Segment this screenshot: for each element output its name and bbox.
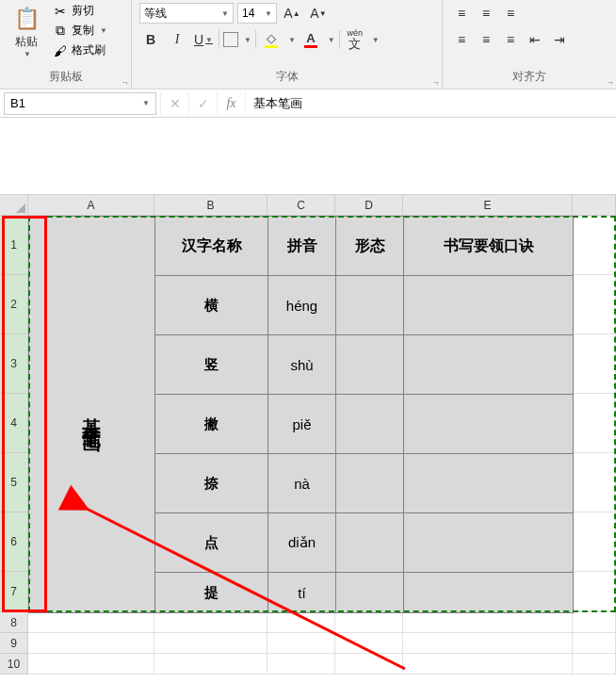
- chevron-down-icon: ▼: [24, 50, 31, 58]
- row-header[interactable]: 10: [0, 654, 28, 675]
- align-top-button[interactable]: ≡: [450, 2, 473, 24]
- paste-button[interactable]: 📋 粘贴 ▼: [8, 2, 45, 60]
- cell[interactable]: [573, 612, 616, 633]
- bold-button[interactable]: B: [139, 28, 162, 51]
- cell[interactable]: [403, 612, 573, 633]
- column-header[interactable]: B: [154, 195, 267, 216]
- column-header[interactable]: C: [267, 195, 335, 216]
- row-header[interactable]: 9: [0, 633, 28, 654]
- cell[interactable]: [335, 633, 403, 654]
- stroke-name-cell: 横: [155, 276, 268, 335]
- column-header[interactable]: D: [335, 195, 403, 216]
- cut-button[interactable]: ✂ 剪切: [49, 2, 111, 20]
- shape-cell: [336, 276, 404, 335]
- fill-color-icon: ◇: [267, 31, 276, 45]
- cancel-formula-button[interactable]: ✕: [160, 92, 188, 115]
- cell[interactable]: [28, 654, 154, 675]
- font-color-icon: A: [306, 31, 315, 45]
- row-header[interactable]: 6: [0, 512, 28, 572]
- column-header[interactable]: [573, 195, 616, 216]
- fill-color-button[interactable]: ◇: [260, 28, 283, 51]
- cell[interactable]: [573, 654, 616, 675]
- cell[interactable]: [573, 633, 616, 654]
- formula-value: 基本笔画: [253, 95, 302, 112]
- tip-cell: [404, 395, 574, 454]
- row-header[interactable]: 5: [0, 453, 28, 512]
- select-all-corner[interactable]: [0, 195, 28, 216]
- font-name-select[interactable]: 等线 ▼: [139, 3, 234, 24]
- enter-formula-button[interactable]: ✓: [188, 92, 217, 115]
- shape-cell: [336, 395, 404, 454]
- row-header[interactable]: 8: [0, 612, 28, 633]
- stroke-name-cell: 撇: [155, 395, 268, 454]
- format-painter-icon: 🖌: [53, 43, 68, 58]
- cell[interactable]: [573, 334, 616, 394]
- align-middle-button[interactable]: ≡: [475, 2, 497, 24]
- cell[interactable]: [154, 612, 267, 633]
- pinyin-cell: nà: [268, 454, 336, 513]
- column-headers: ABCDE: [28, 195, 616, 216]
- row-header[interactable]: 1: [0, 216, 28, 275]
- paste-label: 粘贴: [15, 34, 38, 50]
- tip-cell: [404, 454, 574, 513]
- paste-icon: 📋: [11, 4, 41, 34]
- column-header[interactable]: E: [403, 195, 573, 216]
- cell[interactable]: [403, 654, 573, 675]
- fx-button[interactable]: fx: [217, 92, 245, 115]
- stroke-name-cell: 竖: [155, 335, 268, 395]
- border-button[interactable]: [223, 32, 238, 47]
- column-header[interactable]: A: [28, 195, 154, 216]
- cell[interactable]: [267, 612, 335, 633]
- cell[interactable]: [573, 453, 616, 512]
- shape-cell: [336, 335, 404, 395]
- cell[interactable]: [573, 394, 616, 453]
- format-painter-button[interactable]: 🖌 格式刷: [49, 41, 111, 59]
- font-color-button[interactable]: A: [300, 28, 322, 51]
- font-color-bar: [304, 45, 317, 48]
- row-header[interactable]: 4: [0, 394, 28, 453]
- cell[interactable]: [335, 612, 403, 633]
- formula-input[interactable]: 基本笔画: [245, 92, 616, 115]
- row-headers: 12345678910: [0, 216, 28, 675]
- table-header-cell: 书写要领口诀: [404, 217, 574, 276]
- decrease-indent-button[interactable]: ⇤: [524, 28, 546, 51]
- row-header[interactable]: 2: [0, 275, 28, 334]
- cell[interactable]: [28, 612, 154, 633]
- tip-cell: [404, 276, 574, 335]
- align-left-button[interactable]: ≡: [450, 28, 473, 51]
- chevron-down-icon: ▼: [265, 9, 272, 18]
- cell[interactable]: [573, 512, 616, 572]
- cell[interactable]: [573, 216, 616, 275]
- increase-indent-button[interactable]: ⇥: [548, 28, 571, 51]
- cut-label: 剪切: [72, 3, 94, 19]
- cell[interactable]: [335, 654, 403, 675]
- cell[interactable]: [403, 633, 573, 654]
- fill-color-bar: [265, 45, 278, 48]
- name-box[interactable]: B1 ▼: [4, 92, 156, 115]
- italic-button[interactable]: I: [166, 28, 188, 51]
- underline-button[interactable]: U▼: [192, 28, 215, 51]
- tip-cell: [404, 335, 574, 395]
- cell[interactable]: [573, 572, 616, 612]
- copy-button[interactable]: ⧉ 复制 ▼: [49, 22, 111, 40]
- shape-cell: [336, 573, 404, 613]
- increase-font-button[interactable]: A▲: [281, 2, 303, 24]
- cell[interactable]: [267, 654, 335, 675]
- cell[interactable]: [267, 633, 335, 654]
- cell[interactable]: [154, 633, 267, 654]
- align-center-button[interactable]: ≡: [475, 28, 497, 51]
- phonetic-guide-button[interactable]: wén 文: [344, 28, 366, 51]
- stroke-name-cell: 点: [155, 513, 268, 573]
- formula-buttons: ✕ ✓ fx: [160, 92, 245, 115]
- copy-label: 复制: [72, 23, 94, 39]
- cell[interactable]: [573, 275, 616, 334]
- chevron-down-icon: ▼: [142, 99, 150, 107]
- cell[interactable]: [28, 633, 154, 654]
- align-right-button[interactable]: ≡: [499, 28, 522, 51]
- font-size-select[interactable]: 14 ▼: [237, 3, 277, 24]
- cell[interactable]: [154, 654, 267, 675]
- row-header[interactable]: 3: [0, 334, 28, 394]
- align-bottom-button[interactable]: ≡: [499, 2, 522, 24]
- decrease-font-button[interactable]: A▼: [307, 2, 330, 24]
- row-header[interactable]: 7: [0, 572, 28, 612]
